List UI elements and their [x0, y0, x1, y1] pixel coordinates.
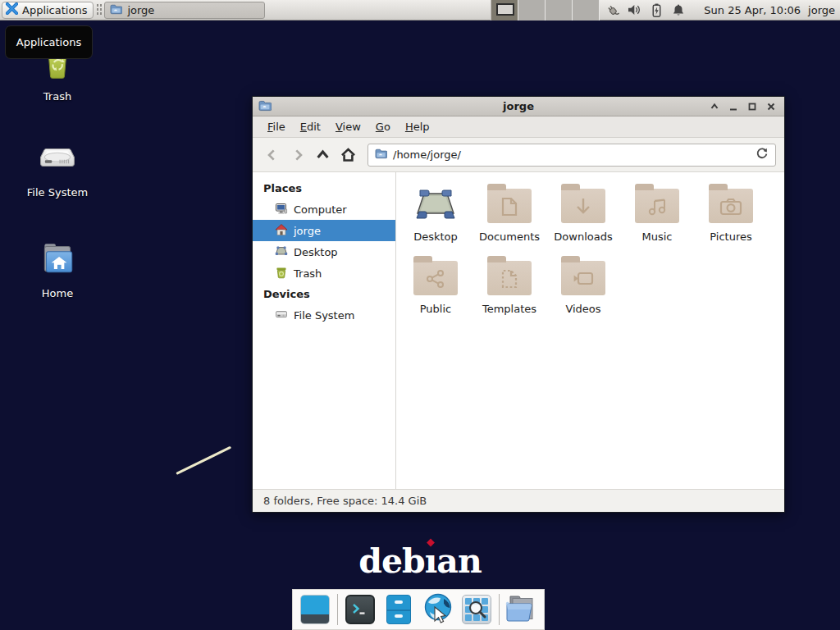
dock-show-desktop-button[interactable] [299, 593, 331, 626]
sidebar-item-file-system[interactable]: File System [253, 304, 395, 326]
desktop-icon-label: Home [42, 287, 73, 299]
menubar: File Edit View Go Help [253, 116, 784, 138]
hard-drive-icon [37, 137, 78, 180]
debian-text-post: an [436, 541, 481, 581]
desktop-icon [275, 244, 288, 260]
debian-text-i: ı [425, 541, 437, 581]
file-item-videos[interactable]: Videos [546, 254, 620, 315]
home-button[interactable] [337, 144, 359, 166]
dock-separator [499, 594, 500, 625]
desktop-artifact-line [176, 446, 231, 475]
pictures-folder-icon [708, 182, 754, 225]
applications-menu-button[interactable]: Applications [2, 2, 94, 19]
sidebar-item-label: File System [294, 309, 354, 322]
application-finder-icon [462, 595, 491, 624]
folder-icon [375, 148, 387, 162]
window-title: jorge [253, 100, 784, 112]
dock-web-browser-button[interactable] [422, 593, 454, 626]
file-item-public[interactable]: Public [399, 254, 472, 315]
battery-charging-icon[interactable] [649, 2, 664, 17]
statusbar-text: 8 folders, Free space: 14.4 GiB [263, 495, 427, 507]
shade-button[interactable] [706, 99, 722, 114]
taskbar-window-button[interactable]: jorge [104, 2, 265, 19]
file-item-documents[interactable]: Documents [472, 182, 546, 243]
applications-tooltip-text: Applications [16, 36, 81, 48]
dock-files-button[interactable] [505, 593, 538, 626]
workspace-1[interactable] [491, 0, 518, 21]
sidebar-item-trash[interactable]: Trash [253, 262, 395, 284]
folder-icon [110, 3, 122, 17]
music-folder-icon [634, 182, 680, 225]
file-item-templates[interactable]: Templates [472, 254, 546, 315]
notifications-bell-icon[interactable] [671, 2, 686, 17]
workspace-3[interactable] [546, 0, 573, 21]
sidebar-item-desktop[interactable]: Desktop [253, 241, 395, 262]
dock-file-manager-button[interactable] [382, 593, 415, 626]
sidebar: Places Computer jorge Desktop Trash Devi… [253, 172, 396, 489]
file-label: Downloads [554, 231, 612, 243]
workspace-2[interactable] [518, 0, 546, 21]
documents-folder-icon [486, 182, 532, 225]
sidebar-item-label: Trash [294, 267, 322, 280]
file-item-pictures[interactable]: Pictures [694, 182, 768, 243]
hard-drive-icon [275, 308, 288, 323]
power-plug-icon[interactable] [605, 2, 619, 17]
sidebar-item-label: Computer [294, 203, 347, 216]
debian-dotless-i: ı [425, 541, 437, 581]
menu-file[interactable]: File [260, 118, 293, 135]
back-button[interactable] [261, 144, 283, 166]
open-folder-icon [505, 593, 538, 626]
panel-clock[interactable]: Sun 25 Apr, 10:06 [704, 4, 801, 16]
show-desktop-icon [300, 595, 330, 624]
volume-icon[interactable] [627, 2, 641, 17]
desktop-icon-file-system[interactable]: File System [16, 137, 99, 199]
workspace-4[interactable] [573, 0, 600, 21]
downloads-folder-icon [560, 182, 606, 225]
desktop-root: { "panel": { "applications_label": "Appl… [0, 0, 840, 630]
top-panel: Applications jorge Sun 25 Apr, 10:06 jor… [0, 0, 840, 21]
dock-terminal-button[interactable] [344, 593, 377, 626]
close-button[interactable] [763, 99, 778, 114]
applications-menu-label: Applications [22, 4, 87, 16]
file-label: Documents [479, 231, 540, 243]
workspace-switcher [491, 0, 600, 21]
panel-user-menu[interactable]: jorge [808, 4, 835, 16]
xfce-menu-icon [6, 2, 18, 17]
minimize-button[interactable] [725, 99, 741, 114]
sidebar-places-header: Places [253, 178, 395, 199]
menu-edit[interactable]: Edit [293, 118, 328, 135]
dock-application-finder-button[interactable] [460, 593, 493, 626]
window-controls [706, 99, 778, 114]
trash-icon [275, 266, 288, 281]
file-label: Videos [565, 303, 600, 315]
tasklist-grip[interactable] [96, 3, 102, 16]
path-input[interactable]: /home/jorge/ [393, 148, 750, 161]
window-titlebar[interactable]: jorge [253, 97, 784, 116]
system-tray [605, 2, 686, 17]
file-label: Desktop [413, 231, 458, 243]
public-folder-icon [413, 254, 459, 297]
file-item-music[interactable]: Music [620, 182, 694, 243]
file-manager-window: jorge File Edit View Go Help /home/jorge… [252, 96, 785, 513]
menu-view[interactable]: View [328, 118, 368, 135]
forward-button[interactable] [286, 144, 308, 166]
file-item-downloads[interactable]: Downloads [546, 182, 620, 243]
videos-folder-icon [560, 254, 606, 297]
sidebar-item-jorge[interactable]: jorge [253, 220, 395, 241]
terminal-icon [345, 595, 375, 624]
file-list-view[interactable]: Desktop Documents Downloads Music [396, 172, 784, 489]
web-browser-globe-icon [422, 591, 454, 628]
dock-separator [337, 594, 338, 625]
path-bar[interactable]: /home/jorge/ [368, 144, 776, 167]
file-item-desktop[interactable]: Desktop [399, 182, 472, 243]
reload-icon[interactable] [756, 147, 769, 162]
menu-help[interactable]: Help [398, 118, 437, 135]
maximize-button[interactable] [744, 99, 760, 114]
home-icon [275, 223, 288, 239]
debian-text-pre: deb [358, 541, 424, 581]
menu-go[interactable]: Go [368, 118, 398, 135]
desktop-icon-home[interactable]: Home [16, 238, 99, 299]
toolbar: /home/jorge/ [253, 138, 784, 172]
sidebar-item-computer[interactable]: Computer [253, 199, 395, 220]
up-button[interactable] [312, 144, 334, 166]
